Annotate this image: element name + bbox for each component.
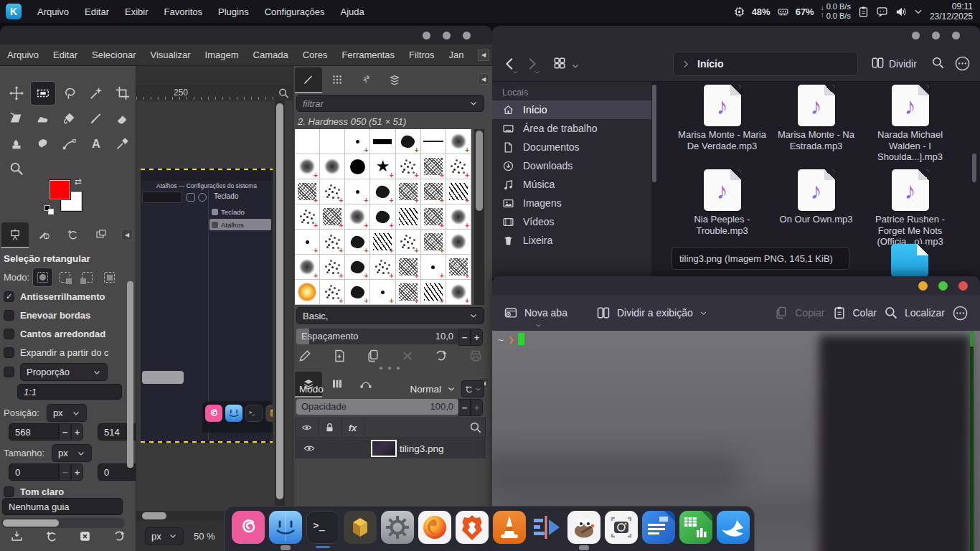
layer-effects-button[interactable]: fx	[341, 418, 364, 437]
edit-brush-icon[interactable]	[298, 349, 312, 363]
location-bar[interactable]: Início	[673, 52, 858, 76]
layer-name[interactable]: tiling3.png	[400, 443, 444, 454]
zoom-level[interactable]: 50 %	[194, 531, 215, 542]
dock-item-dropbox[interactable]	[265, 405, 273, 422]
brush-cell[interactable]	[446, 230, 471, 255]
layer-search-icon[interactable]	[466, 418, 485, 437]
tray-expand-icon[interactable]	[913, 6, 923, 17]
gimp-menu-selecionar[interactable]: Selecionar	[85, 46, 143, 64]
brush-cell[interactable]	[345, 154, 370, 179]
aspect-ratio-input[interactable]: 1:1	[17, 384, 122, 400]
brush-cell[interactable]	[345, 255, 370, 280]
konsole-maximize-button[interactable]	[938, 281, 948, 291]
split-view-button[interactable]: Dividir a exibição	[596, 306, 707, 320]
cpu-icon[interactable]	[733, 6, 745, 18]
position-x-plus-button[interactable]: +	[71, 423, 83, 441]
terminal-scrollbar[interactable]	[970, 331, 974, 551]
position-x-minus-button[interactable]: −	[59, 423, 71, 441]
copy-button[interactable]: Copiar	[774, 306, 824, 320]
brush-grid-scrollbar[interactable]	[474, 129, 484, 305]
brush-cell[interactable]	[295, 129, 320, 154]
gimp-menu-editar[interactable]: Editar	[46, 46, 85, 64]
mode-replace-button[interactable]	[33, 268, 52, 286]
dolphin-close-button[interactable]	[952, 32, 960, 39]
opacity-plus-button[interactable]: +	[471, 399, 483, 416]
menu-editar[interactable]: Editar	[77, 4, 116, 20]
opacity-minus-button[interactable]: −	[458, 399, 471, 416]
konsole-minimize-button[interactable]	[918, 281, 928, 291]
dolphin-maximize-button[interactable]	[932, 32, 940, 39]
file-item[interactable]: ♪Marisa Monte - Na Estrada.mp3	[769, 85, 863, 151]
tool-transform-icon[interactable]	[4, 107, 29, 130]
brush-cell[interactable]	[295, 154, 320, 179]
dock-item-spectacle[interactable]	[605, 511, 638, 544]
tool-smudge-icon[interactable]	[31, 132, 55, 155]
tool-ink-icon[interactable]	[57, 132, 82, 155]
brush-cell[interactable]	[320, 179, 345, 204]
tab-device-status[interactable]	[30, 222, 57, 247]
brush-cell[interactable]	[446, 179, 471, 204]
layer-row[interactable]: tiling3.png	[295, 438, 486, 458]
highlight-checkbox[interactable]	[4, 486, 14, 497]
tab-images[interactable]	[88, 222, 115, 247]
gimp-minimize-button[interactable]	[423, 32, 430, 39]
sidebar-item-imagens[interactable]: Imagens	[492, 194, 651, 212]
layer-visibility-filter-icon[interactable]	[296, 418, 319, 437]
brush-cell[interactable]	[295, 280, 320, 305]
brush-dock-collapse-icon[interactable]: ◀	[478, 73, 489, 85]
brush-cell[interactable]	[421, 204, 446, 230]
back-menu-icon[interactable]	[512, 69, 519, 75]
checkbox-cantosarredondad[interactable]	[4, 329, 14, 339]
dock-item-firefox[interactable]	[418, 511, 451, 544]
clock[interactable]: 09:11 23/12/2025	[930, 1, 973, 22]
gimp-menu-ferramentas[interactable]: Ferramentas	[334, 46, 402, 64]
brush-cell[interactable]	[320, 255, 345, 280]
dolphin-minimize-button[interactable]	[912, 32, 920, 39]
layer-visible-icon[interactable]	[302, 442, 316, 455]
brush-cell[interactable]	[370, 204, 395, 230]
layer-mode-switch-button[interactable]	[461, 380, 484, 397]
position-y-input[interactable]: 514	[98, 423, 142, 441]
dock-item-finder[interactable]	[225, 405, 242, 422]
brush-cell[interactable]	[320, 204, 345, 230]
new-brush-icon[interactable]	[332, 349, 347, 363]
konsole-hamburger-icon[interactable]	[952, 305, 969, 321]
files-scrollbar[interactable]	[971, 82, 977, 278]
tool-color-picker-icon[interactable]	[110, 132, 135, 155]
brush-cell[interactable]	[295, 230, 320, 255]
foreground-color-swatch[interactable]	[49, 179, 71, 200]
find-button[interactable]: Localizar	[884, 306, 945, 320]
size-width-plus-button[interactable]: +	[71, 463, 83, 481]
tab-fonts[interactable]: abc	[352, 67, 380, 92]
brush-cell[interactable]	[320, 154, 345, 179]
file-item[interactable]: ♪On Our Own.mp3	[769, 169, 863, 225]
places-scrollbar[interactable]	[651, 82, 657, 278]
view-mode-menu-icon[interactable]	[571, 62, 580, 70]
memory-icon[interactable]	[777, 6, 789, 18]
brush-cell[interactable]	[446, 129, 471, 154]
dock-item-brave[interactable]	[456, 511, 489, 544]
brush-cell[interactable]	[421, 255, 446, 280]
brush-cell[interactable]	[396, 230, 421, 255]
png-file-icon[interactable]	[891, 244, 928, 277]
spacing-plus-button[interactable]: +	[471, 329, 483, 346]
dock-item-terminal[interactable]: >_	[306, 511, 339, 544]
sidebar-item-videos[interactable]: Vídeos	[492, 212, 651, 231]
hamburger-menu-icon[interactable]	[954, 55, 971, 72]
tool-rect-select-icon[interactable]	[31, 82, 55, 105]
brush-cell[interactable]	[345, 204, 370, 230]
size-unit-dropdown[interactable]: px	[52, 444, 92, 462]
file-item[interactable]: ♪Narada Michael Walden - I Shoulda...].m…	[863, 85, 957, 163]
menu-ajuda[interactable]: Ajuda	[334, 4, 372, 20]
brush-cell[interactable]	[396, 179, 421, 204]
layer-thumbnail[interactable]	[371, 440, 397, 457]
brush-cell[interactable]	[446, 255, 471, 280]
sidebar-item-downloads[interactable]: Downloads	[492, 156, 651, 175]
brush-cell[interactable]	[370, 230, 395, 255]
brush-cell[interactable]	[370, 179, 395, 204]
paste-button[interactable]: Colar	[832, 306, 877, 320]
dock-splitter[interactable]: ● ● ●	[293, 364, 487, 372]
dock-item-debian[interactable]	[205, 405, 222, 422]
restore-tool-preset-icon[interactable]	[44, 529, 58, 543]
menu-configuracoes[interactable]: Configurações	[258, 4, 332, 20]
